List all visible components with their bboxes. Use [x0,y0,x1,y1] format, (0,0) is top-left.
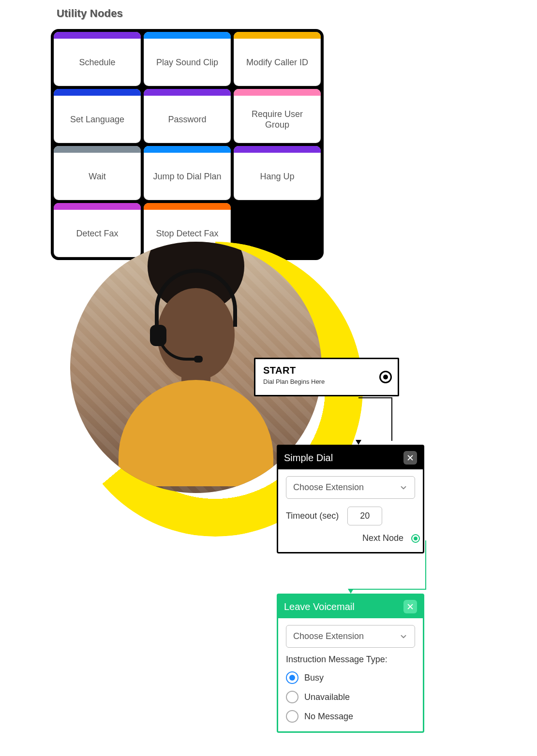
chevron-down-icon [399,483,408,492]
timeout-label: Timeout (sec) [286,511,339,521]
simple-dial-panel[interactable]: Simple Dial Choose Extension Timeout (se… [277,445,424,553]
node-color-bar [144,89,231,96]
utility-node[interactable]: Require User Group [234,89,321,143]
close-icon[interactable] [403,451,417,465]
chevron-down-icon [399,632,408,641]
utility-node[interactable]: Jump to Dial Plan [144,146,231,200]
node-color-bar [234,89,321,96]
node-color-bar [54,32,141,39]
node-color-bar [54,203,141,210]
node-label: Password [144,96,231,143]
node-color-bar [234,146,321,153]
voicemail-extension-select[interactable]: Choose Extension [286,625,415,648]
radio-label: No Message [304,712,353,722]
node-color-bar [234,32,321,39]
node-label: Modify Caller ID [234,39,321,86]
arrow-icon [356,440,361,445]
node-label: Hang Up [234,153,321,200]
utility-node[interactable]: Password [144,89,231,143]
node-label: Require User Group [234,96,321,143]
node-color-bar [144,32,231,39]
node-color-bar [54,146,141,153]
node-color-bar [54,89,141,96]
instruction-radio[interactable]: No Message [286,710,415,723]
connector-simple-to-voicemail [351,540,426,590]
node-label: Set Language [54,96,141,143]
leave-voicemail-panel[interactable]: Leave Voicemail Choose Extension Instruc… [277,594,424,733]
node-label: Detect Fax [54,210,141,257]
start-output-port[interactable] [379,371,392,383]
node-color-bar [144,203,231,210]
utility-node[interactable]: Play Sound Clip [144,32,231,86]
start-title: START [263,365,390,376]
arrow-icon [348,589,354,594]
close-icon[interactable] [403,600,417,613]
utility-node[interactable]: Schedule [54,32,141,86]
radio-label: Busy [304,673,324,683]
node-label: Wait [54,153,141,200]
utility-node[interactable]: Modify Caller ID [234,32,321,86]
instruction-type-label: Instruction Message Type: [286,654,415,665]
utility-nodes-grid: SchedulePlay Sound ClipModify Caller IDS… [51,29,324,260]
node-label: Play Sound Clip [144,39,231,86]
utility-node[interactable]: Wait [54,146,141,200]
choose-extension-placeholder: Choose Extension [293,482,364,493]
timeout-input[interactable]: 20 [347,507,382,525]
voicemail-title: Leave Voicemail [284,601,355,612]
start-subtitle: Dial Plan Begins Here [263,378,390,385]
node-color-bar [144,146,231,153]
utility-node[interactable]: Hang Up [234,146,321,200]
utility-node[interactable]: Detect Fax [54,203,141,257]
radio-icon [286,710,298,723]
voicemail-extension-placeholder: Choose Extension [293,631,364,641]
utility-node[interactable]: Set Language [54,89,141,143]
start-node[interactable]: START Dial Plan Begins Here [254,358,399,396]
instruction-radio[interactable]: Busy [286,671,415,684]
connector-start-to-simple [358,397,392,441]
simple-dial-title: Simple Dial [284,452,333,464]
section-title: Utility Nodes [57,7,123,20]
radio-icon [286,671,298,684]
node-label: Jump to Dial Plan [144,153,231,200]
choose-extension-select[interactable]: Choose Extension [286,476,415,499]
radio-label: Unavailable [304,692,350,702]
node-label: Schedule [54,39,141,86]
radio-icon [286,691,298,703]
instruction-radio[interactable]: Unavailable [286,691,415,703]
